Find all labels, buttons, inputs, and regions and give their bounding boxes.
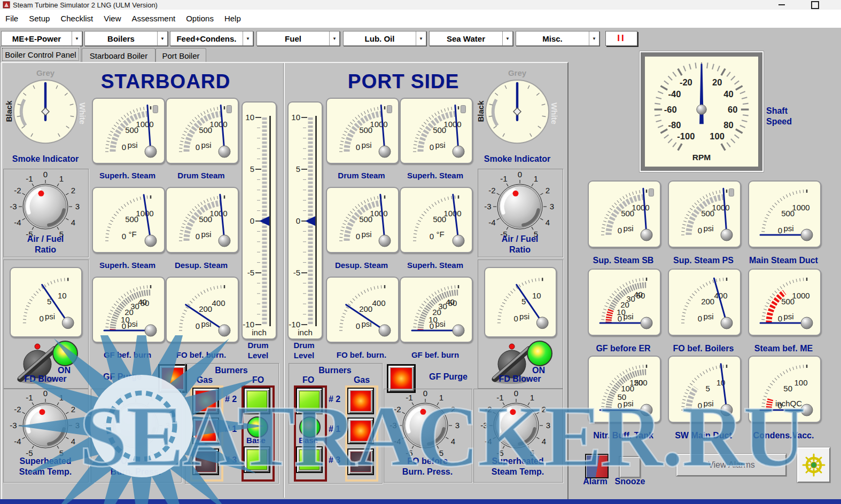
fd-blower-label: FD Blower (478, 374, 562, 384)
gas-burner-2-button-sb[interactable] (192, 388, 219, 414)
chevron-down-icon[interactable]: ▼ (243, 32, 253, 45)
pause-button[interactable]: II (605, 31, 637, 46)
gauge-fd-blower-pt: 0510psi (484, 267, 557, 337)
svg-text:psi: psi (127, 319, 137, 328)
gas-burner-3-button-pt[interactable] (347, 448, 374, 475)
knob-label: FO before Burn. Press. (384, 456, 471, 477)
svg-text:4: 4 (161, 437, 166, 446)
helm-button[interactable] (797, 447, 830, 483)
superheated-steam-temp-knob-pt[interactable]: -5-4-3-2-1012345 (473, 385, 559, 466)
svg-text:1: 1 (439, 393, 443, 402)
dropdown-label: Lub. Oil (344, 32, 416, 45)
gas-burner-2-button-pt[interactable] (347, 388, 374, 414)
menu-item-file[interactable]: File (0, 14, 24, 23)
smoke-grey-label: Grey (21, 68, 69, 77)
menu-item-setup[interactable]: Setup (24, 14, 55, 23)
svg-text:-3: -3 (390, 421, 396, 430)
svg-text:-3: -3 (10, 202, 17, 211)
fd-blower-on-lamp-sb (52, 341, 78, 366)
gas-burner-3-button-sb[interactable] (192, 448, 219, 475)
dropdown-misc[interactable]: Misc.▼ (516, 31, 599, 46)
menu-item-checklist[interactable]: Checklist (55, 14, 98, 23)
svg-text:1000: 1000 (370, 120, 387, 129)
svg-text:psi: psi (703, 224, 713, 233)
svg-text:3: 3 (455, 421, 460, 430)
chevron-down-icon[interactable]: ▼ (502, 32, 512, 45)
svg-text:-1: -1 (500, 174, 507, 183)
svg-text:-3: -3 (10, 421, 17, 430)
button-face (196, 421, 216, 441)
button-face (351, 391, 371, 411)
fo-burner-2-button-pt[interactable] (296, 388, 323, 414)
dropdown-sea-water[interactable]: Sea Water▼ (429, 31, 513, 46)
fo-before-burn-press-knob-sb[interactable]: -5-4-3-2-1012345 (93, 385, 178, 466)
smoke-grey-label: Grey (493, 68, 541, 77)
snooze-button[interactable] (619, 456, 641, 478)
menu-item-view[interactable]: View (98, 14, 126, 23)
toolbar: ME+E-Power▼ Boilers▼ Feed+Condens.▼ Fuel… (0, 27, 841, 46)
menu-item-help[interactable]: Help (219, 14, 246, 23)
svg-text:0: 0 (43, 170, 48, 179)
svg-text:0: 0 (513, 314, 518, 323)
svg-text:°F: °F (128, 230, 136, 239)
gauge-steam-before-me: 05001000psi (748, 269, 821, 336)
tab-port-boiler[interactable]: Port Boiler (155, 48, 206, 62)
svg-text:psi: psi (703, 312, 713, 321)
menu-item-options[interactable]: Options (181, 14, 219, 23)
helm-icon (801, 453, 826, 477)
smoke-indicator-gauge-pt (482, 78, 552, 148)
chevron-down-icon[interactable]: ▼ (416, 32, 426, 45)
svg-text:200: 200 (199, 304, 212, 313)
gauge-sup-steam-ps: 05001000psi (668, 180, 741, 248)
svg-text:10: 10 (532, 292, 541, 300)
tab-boiler-control-panel[interactable]: Boiler Control Panel (0, 46, 81, 62)
dropdown-label: ME+E-Power (2, 32, 72, 45)
gauge-condenser-vacuum: 050100inchQC (748, 356, 821, 423)
tab-starboard-boiler[interactable]: Starboard Boiler (82, 48, 155, 62)
svg-text:0: 0 (250, 216, 254, 225)
gauge-gf-before-burner-pt: 01020304050psi (400, 277, 473, 343)
fo-burner-2-button-sb[interactable] (244, 388, 270, 414)
svg-text:-1: -1 (496, 393, 503, 402)
button-face (196, 452, 216, 472)
title-bar: Steam Turbine Simulator 2 LNG (ULM Versi… (0, 0, 841, 10)
svg-text:4: 4 (71, 218, 75, 227)
svg-text:psi: psi (127, 140, 137, 149)
alarm-button[interactable] (585, 454, 609, 478)
maximize-button[interactable] (803, 0, 827, 10)
gas-burner-1-button-pt[interactable] (347, 418, 374, 444)
fo-burner-3-button-sb[interactable] (244, 446, 270, 473)
svg-text:0: 0 (134, 389, 138, 398)
chevron-down-icon[interactable]: ▼ (329, 32, 339, 45)
svg-text:0: 0 (698, 401, 702, 410)
superheated-steam-temp-knob-sb[interactable]: -5-4-3-2-1012345 (3, 385, 88, 466)
menu-item-assessment[interactable]: Assessment (126, 14, 181, 23)
dropdown-me-e-power[interactable]: ME+E-Power▼ (1, 31, 82, 46)
minimize-button[interactable] (769, 0, 794, 10)
svg-text:inch: inch (252, 328, 267, 337)
dropdown-lub-oil[interactable]: Lub. Oil▼ (343, 31, 426, 46)
shaft-speed-gauge: -2020-4040-6060-8080-100100RPM (645, 57, 758, 167)
svg-text:-3: -3 (100, 421, 107, 430)
fo-before-burn-press-knob-pt[interactable]: -5-4-3-2-1012345 (383, 385, 468, 466)
gauge-superh-steam-temp-pt: 05001000°F (400, 187, 473, 253)
svg-text:10: 10 (291, 113, 300, 122)
chevron-down-icon[interactable]: ▼ (72, 32, 82, 45)
chevron-down-icon[interactable]: ▼ (157, 32, 167, 45)
dropdown-fuel[interactable]: Fuel▼ (256, 31, 340, 46)
svg-text:-2: -2 (104, 405, 111, 414)
dropdown-boilers[interactable]: Boilers▼ (84, 31, 168, 46)
dropdown-feed-condens[interactable]: Feed+Condens.▼ (170, 31, 253, 46)
svg-text:3: 3 (550, 202, 554, 211)
knob-label: Air / Fuel Ratio (3, 234, 88, 255)
knob-label: Air / Fuel Ratio (478, 234, 562, 255)
gas-burner-1-button-sb[interactable] (192, 418, 219, 444)
chevron-down-icon[interactable]: ▼ (589, 32, 599, 45)
knob-label: Superheated Steam Temp. (473, 456, 562, 477)
button-face (299, 450, 320, 470)
view-alarms-button[interactable]: View Alarms (676, 454, 787, 476)
gauge-nitrogen-buffer-tank: 050100150200psi (588, 356, 661, 423)
svg-text:-1: -1 (116, 393, 123, 402)
fo-burner-3-button-pt[interactable] (296, 446, 323, 473)
svg-text:0: 0 (196, 321, 200, 330)
